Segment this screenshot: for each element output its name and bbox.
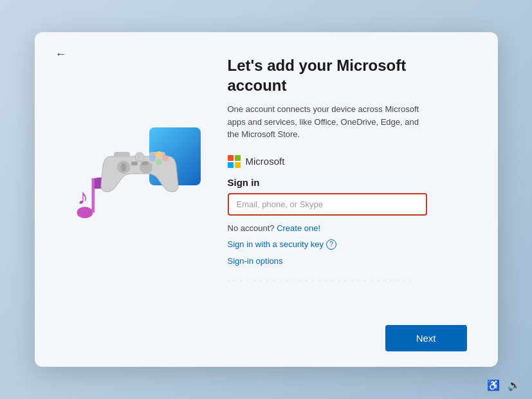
svg-rect-13 [131, 162, 138, 165]
security-key-link[interactable]: Sign in with a security key [228, 239, 324, 249]
microsoft-logo: Microsoft [228, 155, 467, 168]
no-account-text: No account? Create one! [228, 223, 467, 233]
svg-text:♪: ♪ [77, 183, 88, 208]
illustration: ♪ [72, 121, 201, 237]
ms-logo-red [228, 155, 234, 161]
page-title: Let's add your Microsoft account [228, 55, 467, 95]
right-panel: Let's add your Microsoft account One acc… [228, 55, 467, 302]
accessibility-icon[interactable]: ♿ [487, 379, 500, 391]
svg-rect-7 [122, 163, 125, 171]
page-description: One account connects your device across … [228, 103, 421, 141]
faded-divider: · · · · · · · · · · · · · · · · · · · · … [228, 276, 427, 284]
ms-logo-blue [228, 162, 234, 168]
microsoft-label: Microsoft [246, 156, 285, 167]
sign-in-options-row: Sign-in options [228, 256, 467, 266]
svg-point-16 [137, 154, 142, 160]
ms-logo-green [235, 155, 241, 161]
svg-point-9 [156, 159, 162, 165]
help-icon[interactable]: ? [326, 239, 336, 250]
controller-icon [98, 134, 181, 198]
dialog-footer: Next [35, 315, 498, 367]
email-input[interactable] [228, 193, 427, 216]
security-key-row: Sign in with a security key ? [228, 239, 467, 250]
create-one-link[interactable]: Create one! [277, 223, 320, 233]
svg-rect-1 [91, 178, 94, 212]
sign-in-options-link[interactable]: Sign-in options [228, 256, 283, 266]
svg-point-10 [162, 155, 169, 162]
svg-point-12 [156, 151, 162, 158]
main-dialog: ← ♪ [35, 32, 498, 367]
sign-in-label: Sign in [228, 177, 467, 188]
ms-logo-grid [228, 155, 241, 168]
svg-point-11 [149, 155, 156, 162]
svg-rect-3 [114, 152, 130, 157]
volume-icon[interactable]: 🔊 [508, 379, 520, 391]
svg-rect-14 [142, 162, 148, 165]
illustration-panel: ♪ [66, 55, 207, 302]
system-icons: ♿ 🔊 [487, 379, 520, 391]
svg-point-0 [77, 207, 93, 218]
next-button[interactable]: Next [385, 325, 467, 351]
ms-logo-yellow [235, 162, 241, 168]
